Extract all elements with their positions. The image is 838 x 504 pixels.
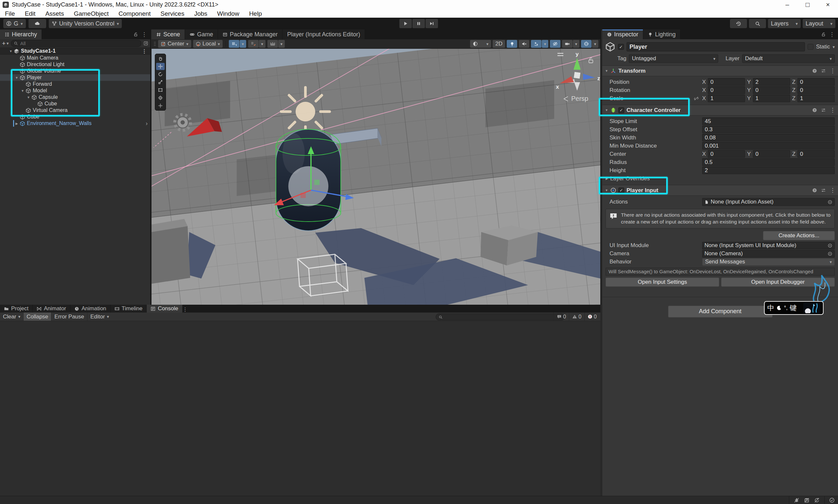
hierarchy-item-directional-light[interactable]: Directional Light xyxy=(0,61,150,68)
scene-visibility-toggle[interactable] xyxy=(550,40,560,48)
foldout-open-icon[interactable]: ▼ xyxy=(8,50,14,53)
menu-component[interactable]: Component xyxy=(113,10,156,18)
hierarchy-item-cube-child[interactable]: Cube xyxy=(0,101,150,107)
foldout-closed-icon[interactable]: ▶ xyxy=(14,122,20,125)
tab-lighting[interactable]: Lighting xyxy=(643,30,680,39)
view-hand-tool[interactable] xyxy=(156,55,165,62)
kebab-menu-icon[interactable]: ⋮ xyxy=(830,107,835,113)
gizmos-toggle[interactable] xyxy=(581,40,591,48)
skin-width-field[interactable]: 0.08 xyxy=(702,134,835,141)
step-button[interactable] xyxy=(426,19,438,28)
menu-help[interactable]: Help xyxy=(244,10,267,18)
layout-dropdown[interactable]: Layout ▾ xyxy=(803,19,835,28)
menu-window[interactable]: Window xyxy=(212,10,244,18)
hierarchy-scene-row[interactable]: ▼ StudyCase1-1 ⋮ xyxy=(0,48,150,55)
foldout-open-icon[interactable]: ▼ xyxy=(605,188,608,192)
menu-jobs[interactable]: Jobs xyxy=(189,10,212,18)
hierarchy-search-input[interactable] xyxy=(20,40,139,47)
tab-player-input-actions-editor[interactable]: Player (Input Actions Editor) xyxy=(283,30,365,39)
layer-overrides-foldout[interactable]: ▶ Layer Overrides xyxy=(602,175,838,183)
move-tool[interactable] xyxy=(156,63,165,70)
center-y-field[interactable]: 0 xyxy=(753,150,790,158)
menu-assets[interactable]: Assets xyxy=(40,10,69,18)
hierarchy-item-model[interactable]: ▼ Model xyxy=(0,87,150,94)
tab-game[interactable]: Game xyxy=(185,30,218,39)
object-picker-icon[interactable] xyxy=(827,200,833,204)
kebab-menu-icon[interactable]: ⋮ xyxy=(141,31,147,38)
rotation-y-field[interactable]: 0 xyxy=(753,86,790,94)
tab-animation[interactable]: Animation xyxy=(70,305,111,312)
scale-z-field[interactable]: 1 xyxy=(798,94,835,102)
close-button[interactable]: × xyxy=(818,0,838,10)
help-icon[interactable] xyxy=(812,188,817,193)
tool-handle-rotation-dropdown[interactable]: Local ▾ xyxy=(193,40,222,48)
kebab-menu-icon[interactable]: ⋮ xyxy=(183,307,188,312)
gameobject-name-field[interactable]: Player xyxy=(626,42,805,51)
slope-limit-field[interactable]: 45 xyxy=(702,118,835,125)
ime-punctuation[interactable]: °, xyxy=(784,305,788,311)
maximize-button[interactable]: □ xyxy=(798,0,818,10)
kebab-menu-icon[interactable]: ⋮ xyxy=(830,187,835,194)
help-icon[interactable] xyxy=(812,108,817,112)
position-z-field[interactable]: 0 xyxy=(798,78,835,86)
scale-tool[interactable] xyxy=(156,78,165,86)
lock-icon[interactable] xyxy=(821,32,826,37)
object-picker-icon[interactable] xyxy=(827,243,833,248)
create-actions-button[interactable]: Create Actions... xyxy=(763,231,835,240)
shading-mode-dropdown[interactable]: ▾ xyxy=(470,40,491,48)
tab-package-manager[interactable]: Package Manager xyxy=(218,30,283,39)
create-object-button[interactable]: + ▾ xyxy=(2,40,9,47)
console-log-area[interactable] xyxy=(0,321,600,496)
layers-dropdown[interactable]: Layers ▾ xyxy=(768,19,801,28)
warning-count-toggle[interactable]: 0 xyxy=(569,312,584,321)
hierarchy-item-forward[interactable]: Forward xyxy=(0,81,150,87)
tab-inspector[interactable]: Inspector xyxy=(602,30,643,39)
open-input-settings-button[interactable]: Open Input Settings xyxy=(606,277,719,287)
layer-dropdown[interactable]: Default▾ xyxy=(742,54,835,63)
help-icon[interactable] xyxy=(812,68,817,73)
gameobject-icon[interactable] xyxy=(605,41,616,52)
scene-camera-dropdown[interactable]: ▾ xyxy=(573,40,580,48)
ui-input-module-field[interactable]: None (Input System UI Input Module) xyxy=(702,242,835,249)
hierarchy-item-environment-narrow-walls[interactable]: ▶ Environment_Narrow_Walls › xyxy=(0,120,150,127)
kebab-menu-icon[interactable]: ⋮ xyxy=(830,68,835,74)
play-button[interactable] xyxy=(399,19,412,28)
presets-icon[interactable] xyxy=(821,188,826,193)
component-enabled-checkbox[interactable]: ✓ xyxy=(618,187,624,194)
center-z-field[interactable]: 0 xyxy=(798,150,835,158)
foldout-open-icon[interactable]: ▼ xyxy=(14,76,20,79)
hierarchy-item-main-camera[interactable]: Main Camera xyxy=(0,55,150,61)
position-y-field[interactable]: 2 xyxy=(753,78,790,86)
tag-dropdown[interactable]: Untagged▾ xyxy=(629,54,718,63)
info-count-toggle[interactable]: 0 xyxy=(554,312,569,321)
rotation-z-field[interactable]: 0 xyxy=(798,86,835,94)
collapse-toggle[interactable]: Collapse xyxy=(23,312,51,321)
auto-refresh-disabled-icon[interactable] xyxy=(814,498,820,503)
add-component-button[interactable]: Add Component xyxy=(668,306,772,318)
minimize-button[interactable]: – xyxy=(777,0,798,10)
grid-visibility-button[interactable] xyxy=(229,40,239,48)
link-broken-icon[interactable] xyxy=(694,96,699,101)
scene-lighting-toggle[interactable] xyxy=(507,40,517,48)
character-controller-header[interactable]: ▼ ✓ Character Controller ⋮ xyxy=(602,105,838,115)
kebab-menu-icon[interactable]: ⋮ xyxy=(142,48,147,54)
behavior-dropdown[interactable]: Send Messages ▾ xyxy=(702,258,835,266)
foldout-open-icon[interactable]: ▼ xyxy=(20,89,25,93)
camera-object-field[interactable]: None (Camera) xyxy=(702,250,835,257)
gizmos-dropdown[interactable]: ▾ xyxy=(592,40,599,48)
error-count-toggle[interactable]: 0 xyxy=(585,312,600,321)
scene-audio-toggle[interactable] xyxy=(519,40,529,48)
static-dropdown-icon[interactable]: ▾ xyxy=(833,45,835,49)
lock-icon[interactable] xyxy=(133,32,138,37)
snap-increment-button[interactable] xyxy=(267,40,278,48)
hierarchy-item-cube[interactable]: Cube xyxy=(0,113,150,120)
transform-tool[interactable] xyxy=(156,94,165,102)
position-x-field[interactable]: 0 xyxy=(708,78,745,86)
object-picker-icon[interactable] xyxy=(827,251,833,256)
version-control-button[interactable]: Unity Version Control ▾ xyxy=(49,19,122,28)
tool-handle-position-dropdown[interactable]: Center ▾ xyxy=(158,40,191,48)
menu-gameobject[interactable]: GameObject xyxy=(69,10,113,18)
tab-hierarchy[interactable]: Hierarchy xyxy=(0,30,42,39)
height-field[interactable]: 2 xyxy=(702,166,835,174)
menu-services[interactable]: Services xyxy=(156,10,189,18)
